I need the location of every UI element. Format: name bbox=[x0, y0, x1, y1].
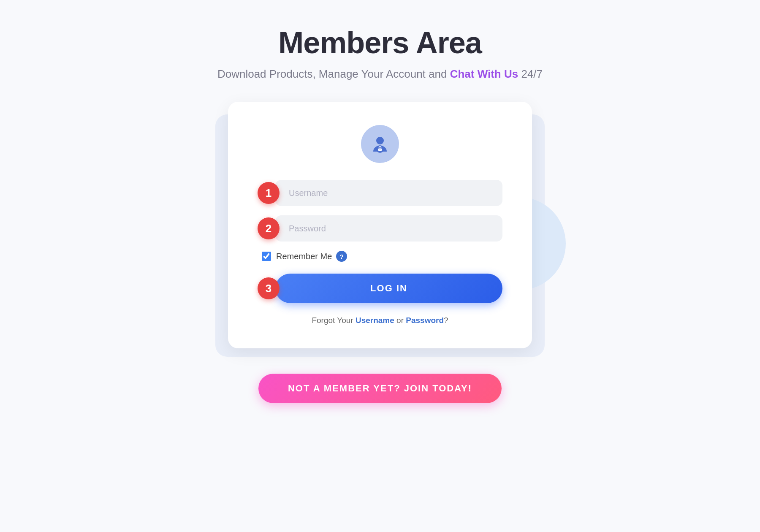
chat-link[interactable]: Chat With Us bbox=[450, 68, 518, 80]
join-button[interactable]: NOT A MEMBER YET? JOIN TODAY! bbox=[258, 374, 502, 403]
forgot-password-link[interactable]: Password bbox=[406, 316, 444, 325]
avatar bbox=[361, 125, 399, 163]
subtitle-text-before: Download Products, Manage Your Account a… bbox=[217, 68, 447, 80]
subtitle-247: 24/7 bbox=[521, 68, 543, 80]
page-title: Members Area bbox=[278, 25, 482, 60]
step-3-badge: 3 bbox=[258, 277, 280, 299]
login-card: 1 2 Remember Me ? 3 LOG IN Forgot Your U… bbox=[228, 102, 532, 348]
remember-me-checkbox[interactable] bbox=[262, 252, 271, 261]
login-button[interactable]: LOG IN bbox=[275, 274, 502, 303]
step-1-badge: 1 bbox=[258, 182, 280, 204]
password-field-row: 2 bbox=[258, 215, 502, 242]
login-row: 3 LOG IN bbox=[258, 274, 502, 303]
username-input[interactable] bbox=[275, 180, 502, 206]
forgot-suffix: ? bbox=[444, 316, 448, 325]
forgot-or-text: or bbox=[396, 316, 404, 325]
card-wrapper: 1 2 Remember Me ? 3 LOG IN Forgot Your U… bbox=[228, 102, 532, 348]
help-icon[interactable]: ? bbox=[336, 251, 347, 262]
password-input[interactable] bbox=[275, 215, 502, 242]
user-icon bbox=[369, 133, 391, 155]
svg-point-0 bbox=[376, 137, 384, 144]
step-2-badge: 2 bbox=[258, 217, 280, 239]
remember-me-label: Remember Me bbox=[276, 252, 332, 261]
forgot-prefix: Forgot Your bbox=[312, 316, 353, 325]
forgot-username-link[interactable]: Username bbox=[356, 316, 394, 325]
remember-me-row: Remember Me ? bbox=[258, 251, 502, 262]
svg-point-3 bbox=[380, 149, 380, 150]
page-subtitle: Download Products, Manage Your Account a… bbox=[217, 68, 543, 81]
forgot-password-text: Forgot Your Username or Password? bbox=[312, 316, 448, 325]
username-field-row: 1 bbox=[258, 180, 502, 206]
